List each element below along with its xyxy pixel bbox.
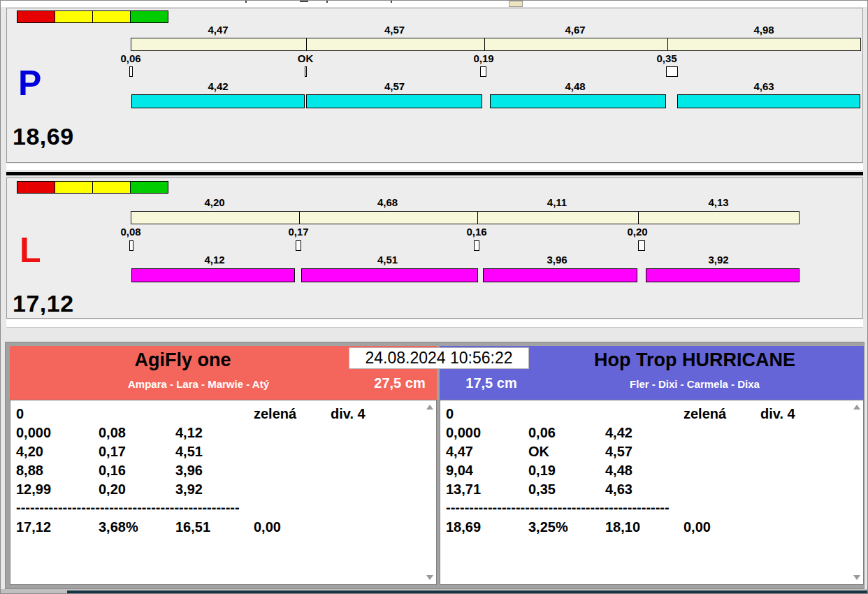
marker-label: 0,06 [110,52,152,64]
marker-checkbox[interactable] [638,240,645,251]
run-bar-segment [131,268,295,282]
split-gate: 0,35 [528,481,556,498]
faults-value: 0 [16,406,24,422]
split-segment: 4,51 [175,444,203,460]
traffic-light-green [130,181,168,194]
run-bar-segment [306,94,482,108]
results-textarea-right[interactable]: 0 zelená div. 4 0,000 0,06 4,42 4,47 OK … [440,400,864,585]
segment-time-label: 4,42 [131,80,305,92]
scroll-down-arrow[interactable] [426,575,433,580]
summary-total: 17,12 [16,519,51,535]
summary-percent: 3,25% [528,519,568,535]
split-track [131,38,861,51]
split-divider [306,38,307,50]
spacer-row [6,164,863,171]
division-value: div. 4 [760,406,795,422]
marker-checkbox[interactable] [666,66,678,77]
segment-time-label: 4,47 [131,24,305,36]
traffic-light-yellow2 [92,10,131,23]
segment-time-label: 4,51 [298,254,477,266]
split-cumulative: 13,71 [446,481,481,498]
traffic-light-yellow1 [55,10,93,23]
run-bar-segment [131,94,305,108]
split-divider [477,212,478,224]
run-bar-segment [490,94,666,108]
marker-label: 0,20 [616,226,658,238]
course-letter-l: L [20,233,41,268]
faults-value: 0 [446,406,454,422]
spacer-row [6,319,863,328]
segment-time-label: 4,68 [298,196,477,208]
traffic-light-red [17,181,55,194]
team-name: Hop Trop HURRICANE [537,349,852,371]
summary-penalty: 0,00 [254,519,281,535]
traffic-light-green [130,10,168,23]
run-bar-segment [483,268,637,282]
marker-checkbox[interactable] [480,66,486,77]
top-edge-mark [245,1,247,3]
scroll-up-arrow[interactable] [426,405,433,410]
team-height: 17,5 cm [452,375,530,391]
status-value: zelená [683,406,726,422]
split-segment: 4,63 [605,481,632,498]
run-panel-l: L 4,20 4,68 4,11 4,13 0,08 0,17 0,16 0,2… [6,178,863,319]
datetime-display: 24.08.2024 10:56:22 [349,347,529,369]
split-segment: 4,42 [605,425,632,441]
segment-time-label: 4,48 [484,80,667,92]
segment-time-label: 4,98 [667,24,861,36]
traffic-light-yellow1 [55,181,93,194]
split-track [131,211,800,224]
split-segment: 3,96 [175,463,203,479]
scroll-up-arrow[interactable] [853,405,860,410]
split-segment: 4,12 [175,425,203,441]
summary-total: 18,69 [446,519,481,535]
split-cumulative: 4,20 [16,444,43,460]
team-members: Fler - Dixi - Carmela - Dixa [537,378,852,390]
summary-net: 18,10 [605,519,640,535]
marker-label: OK [284,52,326,64]
split-divider [299,212,300,224]
marker-label: 0,35 [646,52,688,64]
segment-time-label: 3,96 [477,254,637,266]
results-textarea-left[interactable]: 0 zelená div. 4 0,000 0,08 4,12 4,20 0,1… [10,400,437,585]
segment-time-label: 4,57 [305,80,484,92]
marker-checkbox[interactable] [474,240,479,251]
segment-time-label: 4,12 [131,254,298,266]
split-gate: 0,17 [99,444,126,460]
split-gate: 0,08 [99,425,126,441]
marker-label: 0,16 [456,226,498,238]
total-time-p: 18,69 [13,123,74,150]
segment-time-label: 4,13 [637,196,800,208]
course-letter-p: P [18,66,41,101]
run-bar-segment [301,268,478,282]
split-gate: 0,19 [528,463,556,479]
panel-divider [6,172,863,175]
marker-checkbox[interactable] [129,240,133,251]
marker-checkbox[interactable] [129,66,133,77]
split-cumulative: 0,000 [446,425,481,441]
separator-line: ----------------------------------------… [446,500,670,516]
split-segment: 4,48 [605,463,632,479]
segment-time-label: 4,20 [131,196,298,208]
split-gate: 0,20 [99,481,126,498]
top-strip [1,1,868,7]
marker-label: 0,17 [277,226,319,238]
summary-percent: 3,68% [99,519,138,535]
team-name: AgiFly one [10,349,356,371]
segment-time-label: 4,67 [484,24,667,36]
marker-checkbox[interactable] [296,240,301,251]
split-segment: 3,92 [175,481,203,498]
marker-label: 0,08 [110,226,152,238]
scroll-down-arrow[interactable] [853,575,860,580]
division-value: div. 4 [331,406,366,422]
marker-checkbox[interactable] [305,66,307,77]
summary-penalty: 0,00 [683,519,711,535]
split-divider [667,38,668,50]
split-divider [638,212,639,224]
split-segment: 4,57 [605,444,632,460]
split-gate: 0,16 [99,463,126,479]
app-window: P 4,47 4,57 4,67 4,98 0,06 OK 0,19 0,35 … [0,0,868,594]
split-cumulative: 12,99 [16,481,51,498]
traffic-light-yellow2 [92,181,131,194]
segment-time-label: 4,11 [477,196,637,208]
